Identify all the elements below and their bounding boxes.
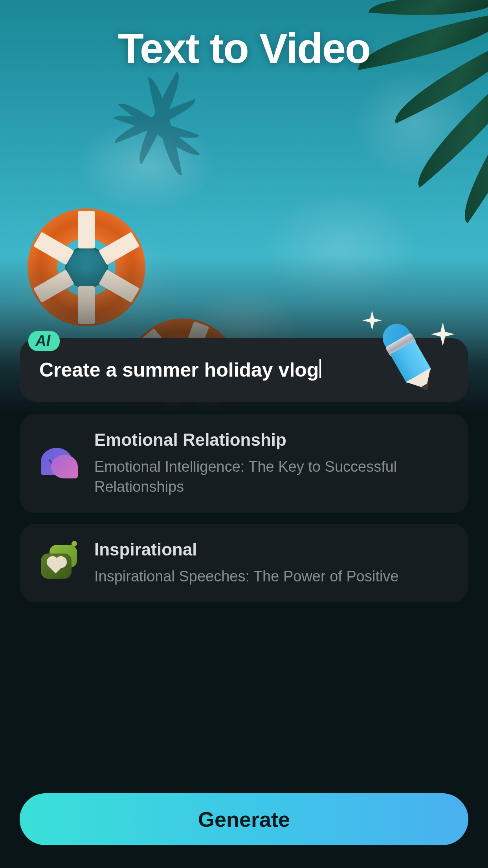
- ai-badge: AI: [28, 331, 60, 351]
- heart-message-icon: [39, 543, 78, 583]
- category-card-inspirational[interactable]: Inspirational Inspirational Speeches: Th…: [20, 524, 468, 602]
- category-subtitle: Inspirational Speeches: The Power of Pos…: [94, 566, 449, 587]
- prompt-text: Create a summer holiday vlog: [39, 359, 319, 381]
- category-title: Inspirational: [94, 540, 449, 559]
- sparkle-icon: [362, 311, 382, 330]
- generate-button[interactable]: Generate: [20, 793, 468, 845]
- text-cursor: [319, 359, 321, 378]
- category-subtitle: Emotional Intelligence: The Key to Succe…: [94, 457, 449, 497]
- chat-bubbles-icon: [39, 444, 78, 483]
- category-title: Emotional Relationship: [94, 430, 449, 450]
- page-title: Text to Video: [0, 24, 488, 73]
- category-card-emotional[interactable]: Emotional Relationship Emotional Intelli…: [20, 414, 468, 513]
